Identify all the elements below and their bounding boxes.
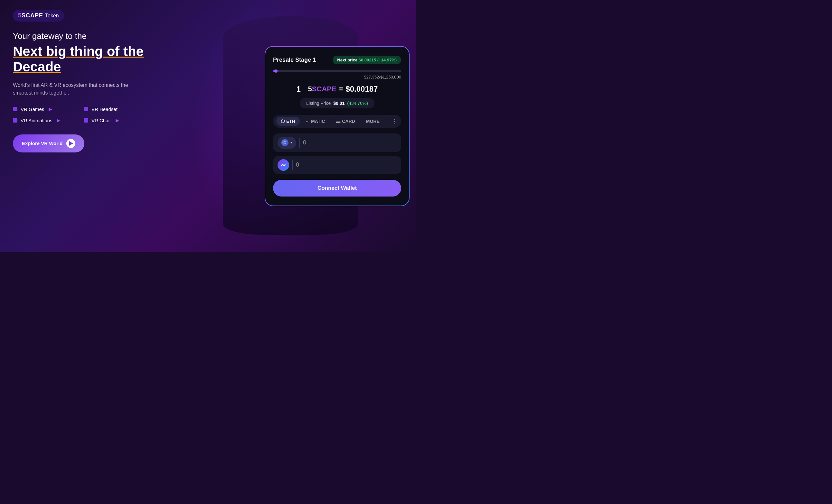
eth-icon: ⬡	[281, 119, 285, 124]
listing-label: Listing Price	[306, 101, 331, 106]
feature-label: VR Headset	[92, 107, 118, 112]
eth-amount-input[interactable]	[303, 139, 397, 146]
chevron-down-icon: ▾	[290, 141, 292, 145]
currency-selector[interactable]: ⬡ ▾	[278, 137, 296, 149]
progress-dot	[274, 69, 278, 73]
feature-arrow: ▶	[49, 107, 52, 112]
presale-title: Presale Stage 1	[273, 57, 316, 63]
tab-eth-label: ETH	[286, 119, 295, 124]
widget-outer: Presale Stage 1 Next price $0.00215 (+14…	[265, 46, 410, 206]
feature-dot	[84, 118, 88, 122]
listing-percent: (434.76%)	[347, 101, 368, 106]
next-price-label: Next price	[337, 58, 358, 62]
feature-label: VR Games	[21, 107, 44, 112]
progress-container	[273, 70, 401, 72]
scape-input-group	[273, 156, 401, 174]
logo-token: Token	[45, 13, 59, 19]
feature-dot	[84, 107, 88, 111]
matic-icon: ∞	[306, 119, 309, 124]
feature-vr-chair[interactable]: VR Chair ▶	[84, 118, 142, 123]
rate-display: 1 5SCAPE = $0.00187	[273, 85, 401, 93]
left-panel: 5SCAPE Token Your gateway to the Next bi…	[0, 0, 261, 252]
right-panel: Presale Stage 1 Next price $0.00215 (+14…	[261, 0, 416, 252]
rate-equals: = $0.00187	[339, 85, 378, 93]
explore-label: Explore VR World	[22, 141, 62, 146]
tab-card[interactable]: ▬ CARD	[331, 117, 359, 126]
hero-description: World's first AR & VR ecosystem that con…	[13, 81, 135, 97]
rate-prefix: 1	[296, 85, 301, 93]
play-triangle	[69, 141, 73, 146]
features-grid: VR Games ▶ VR Headset VR Animations ▶ VR…	[13, 107, 142, 123]
progress-total: $1,250,000	[380, 75, 401, 79]
feature-dot	[13, 107, 17, 111]
eth-circle-icon: ⬡	[281, 139, 288, 146]
progress-bar-fill	[273, 70, 276, 72]
play-icon	[66, 139, 75, 148]
tab-matic-label: MATIC	[311, 119, 325, 124]
feature-label: VR Chair	[92, 118, 111, 123]
connect-wallet-button[interactable]: Connect Wallet	[273, 180, 401, 197]
next-price-badge: Next price $0.00215 (+14.97%)	[333, 56, 401, 64]
eth-input-group: ⬡ ▾	[273, 134, 401, 152]
tab-eth[interactable]: ⬡ ETH	[276, 117, 300, 126]
feature-arrow: ▶	[115, 118, 119, 123]
feature-label: VR Animations	[21, 118, 52, 123]
rate-brand: 5SCAPE	[308, 85, 336, 93]
progress-current: $27,352	[364, 75, 379, 79]
feature-vr-headset[interactable]: VR Headset	[84, 107, 142, 112]
tab-more-label: MORE	[366, 119, 380, 124]
listing-price-container: Listing Price $0.01 (434.76%)	[300, 98, 374, 108]
feature-vr-animations[interactable]: VR Animations ▶	[13, 118, 71, 123]
progress-bar-background	[273, 70, 401, 72]
payment-tabs: ⬡ ETH ∞ MATIC ▬ CARD MORE ⋮	[273, 115, 401, 128]
next-price-pct: (+14.97%)	[378, 58, 397, 62]
input-divider	[300, 138, 300, 148]
next-price-value: $0.00215	[359, 58, 376, 62]
feature-vr-games[interactable]: VR Games ▶	[13, 107, 71, 112]
tab-card-label: CARD	[342, 119, 355, 124]
logo-container: 5SCAPE Token	[13, 10, 64, 22]
card-icon: ▬	[336, 119, 340, 124]
widget: Presale Stage 1 Next price $0.00215 (+14…	[265, 47, 409, 205]
more-dots[interactable]: ⋮	[392, 117, 398, 125]
scape-icon	[278, 159, 289, 171]
feature-arrow: ▶	[57, 118, 60, 123]
feature-dot	[13, 118, 17, 122]
hero-headline: Next big thing of the Decade	[13, 44, 249, 75]
tab-more[interactable]: MORE	[362, 117, 384, 126]
listing-value: $0.01	[333, 101, 344, 106]
hero-subtitle: Your gateway to the	[13, 31, 249, 41]
explore-button[interactable]: Explore VR World	[13, 135, 84, 152]
scape-amount-input[interactable]	[296, 162, 397, 168]
progress-amounts: $27,352/$1,250,000	[273, 75, 401, 79]
logo-brand: 5SCAPE	[18, 12, 43, 19]
input-divider	[292, 160, 293, 170]
tab-matic[interactable]: ∞ MATIC	[302, 117, 329, 126]
widget-header: Presale Stage 1 Next price $0.00215 (+14…	[273, 56, 401, 64]
